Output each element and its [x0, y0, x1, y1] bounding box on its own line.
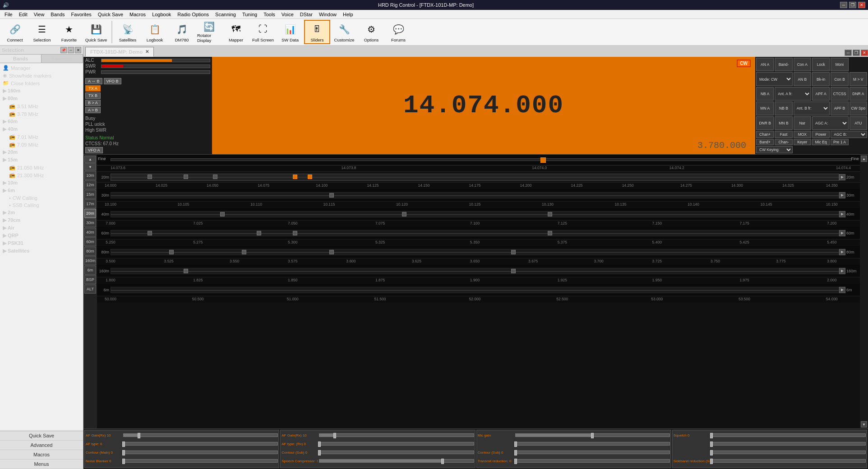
- vfo-a-button[interactable]: VFO A: [85, 147, 103, 153]
- sidebar-group-psk31[interactable]: ▶ PSK31: [1, 239, 82, 247]
- keyer-button[interactable]: Keyer: [794, 139, 811, 145]
- menu-item-window[interactable]: Window: [316, 11, 339, 18]
- an-a-button[interactable]: AN A: [756, 58, 774, 71]
- m-to-v-button[interactable]: M > V: [850, 72, 867, 86]
- sidebar-subitem-21050[interactable]: 📻 21.050 MHz: [1, 164, 82, 171]
- slider-track[interactable]: [711, 433, 866, 437]
- menu-item-help[interactable]: Help: [340, 11, 356, 18]
- menu-item-macros[interactable]: Macros: [127, 11, 148, 18]
- lock-button[interactable]: Lock: [812, 58, 830, 71]
- con-a-button[interactable]: Con A: [794, 58, 811, 71]
- advanced-button[interactable]: Advanced: [0, 441, 83, 450]
- sidebar-group-10m[interactable]: ▶ 10m: [1, 179, 82, 187]
- atu-button[interactable]: ATU: [850, 116, 867, 130]
- chan-plus-button[interactable]: Chan+: [756, 131, 774, 138]
- main-frequency-display[interactable]: 14.074.000: [403, 91, 564, 120]
- spectrum-up-button[interactable]: ▲: [84, 156, 96, 163]
- menu-item-logbook[interactable]: Logbook: [149, 11, 174, 18]
- slider-track[interactable]: [515, 433, 670, 437]
- slider-track[interactable]: [711, 442, 866, 446]
- band-btn-12m[interactable]: 12m: [84, 180, 96, 189]
- sidebar-subitem-cw[interactable]: • CW Calling: [1, 194, 82, 202]
- band-track-6m[interactable]: [111, 287, 839, 293]
- menu-item-bands[interactable]: Bands: [48, 11, 67, 18]
- toolbar-btn-logbook[interactable]: 📋Logbook: [142, 20, 168, 44]
- sidebar-close-button[interactable]: ✕: [75, 47, 81, 53]
- fine-marker[interactable]: [540, 157, 546, 163]
- band-btn-alt[interactable]: ALT: [84, 285, 96, 294]
- agc-b-select[interactable]: AGC B:: [831, 131, 867, 138]
- tx-a-button[interactable]: TX A: [85, 85, 101, 92]
- band-track-160m[interactable]: [111, 268, 839, 274]
- slider-handle[interactable]: [710, 441, 713, 447]
- band-scrollbar-30m[interactable]: ▶: [839, 192, 845, 198]
- sidebar-group-80m[interactable]: ▶ 80m: [1, 95, 82, 102]
- slider-track[interactable]: [123, 442, 278, 446]
- band-scrollbar-60m[interactable]: ▶: [839, 230, 845, 236]
- menus-button[interactable]: Menus: [0, 460, 83, 469]
- sidebar-subitem-709[interactable]: 📻 7.09 MHz: [1, 141, 82, 148]
- agc-a-select[interactable]: AGC A:: [812, 116, 849, 130]
- fine-track[interactable]: [111, 158, 852, 161]
- slider-track[interactable]: [319, 433, 474, 437]
- menu-item-scanning[interactable]: Scanning: [212, 11, 239, 18]
- slider-handle[interactable]: [122, 459, 125, 464]
- slider-handle[interactable]: [710, 450, 713, 455]
- band-btn-17m[interactable]: 17m: [84, 199, 96, 208]
- slider-handle[interactable]: [710, 433, 713, 438]
- slider-track[interactable]: [319, 442, 474, 446]
- menu-item-dstar[interactable]: DStar: [297, 11, 315, 18]
- menu-item-tools[interactable]: Tools: [261, 11, 278, 18]
- mn-b-button[interactable]: MN B: [775, 116, 792, 130]
- toolbar-btn-satellites[interactable]: 📡Satellites: [115, 20, 141, 44]
- ant-b-select[interactable]: Ant. B fr:: [794, 101, 830, 115]
- close-button[interactable]: ✕: [858, 2, 865, 8]
- con-b-button[interactable]: Con B: [831, 72, 848, 86]
- band-btn-bsp[interactable]: BSP: [84, 275, 96, 284]
- slider-track[interactable]: [515, 451, 670, 454]
- mode-select[interactable]: Mode: CW: [756, 72, 793, 86]
- toolbar-btn-sliders[interactable]: 🎚Sliders: [304, 20, 330, 44]
- slider-track[interactable]: [711, 451, 866, 454]
- menu-item-view[interactable]: View: [31, 11, 47, 18]
- ctcss-button[interactable]: CTCSS: [831, 87, 848, 101]
- band-scrollbar-6m[interactable]: ▶: [839, 287, 845, 293]
- slider-track[interactable]: [711, 459, 866, 463]
- band-btn-10m[interactable]: 10m: [84, 171, 96, 180]
- mox-button[interactable]: MOX: [794, 131, 811, 138]
- menu-item-favorites[interactable]: Favorites: [69, 11, 94, 18]
- sidebar-subitem-701[interactable]: 📻 7.01 MHz: [1, 133, 82, 141]
- sidebar-item-close-folders[interactable]: 📁 Close folders: [1, 79, 82, 87]
- cw-spot-button[interactable]: CW Spo: [850, 101, 867, 115]
- content-close-button[interactable]: ✕: [861, 50, 868, 56]
- apf-b-button[interactable]: APF B: [831, 101, 848, 115]
- b-to-a-button[interactable]: B > A: [85, 100, 101, 106]
- band-btn-20m[interactable]: 20m: [84, 209, 96, 218]
- moni-button[interactable]: Moni: [831, 58, 848, 71]
- slider-handle[interactable]: [514, 441, 517, 447]
- band-scrollbar-40m[interactable]: ▶: [839, 211, 845, 217]
- sidebar-item-manager[interactable]: 👤 Manager: [1, 64, 82, 72]
- slider-handle[interactable]: [514, 459, 517, 464]
- slider-handle[interactable]: [138, 433, 140, 438]
- slider-handle[interactable]: [441, 459, 444, 464]
- scroll-up-button[interactable]: ▲: [861, 156, 867, 162]
- slider-track[interactable]: [515, 459, 670, 463]
- sidebar-subitem-351[interactable]: 📻 3.51 MHz: [1, 102, 82, 110]
- band-btn-160m[interactable]: 160m: [84, 256, 96, 265]
- tab-close-button[interactable]: ✕: [145, 49, 149, 54]
- dnr-a-button[interactable]: DNR A: [850, 87, 867, 101]
- fast-button[interactable]: Fast: [775, 131, 792, 138]
- band-btn-6m[interactable]: 6m: [84, 266, 96, 275]
- menu-item-quick-save[interactable]: Quick Save: [95, 11, 126, 18]
- sidebar-group-160m[interactable]: ▶ 160m: [1, 87, 82, 95]
- slider-handle[interactable]: [122, 450, 125, 455]
- band-minus-button[interactable]: Band-: [775, 58, 792, 71]
- toolbar-btn-favorite[interactable]: ★Favorite: [56, 20, 82, 44]
- band-track-60m[interactable]: [111, 230, 839, 236]
- nb-a-button[interactable]: NB A: [756, 87, 774, 101]
- ant-a-select[interactable]: Ant. A fr:: [775, 87, 811, 101]
- sidebar-pin-button[interactable]: 📌: [60, 47, 67, 53]
- band-btn-15m[interactable]: 15m: [84, 190, 96, 199]
- toolbar-btn-customize[interactable]: 🔧Customize: [331, 20, 357, 44]
